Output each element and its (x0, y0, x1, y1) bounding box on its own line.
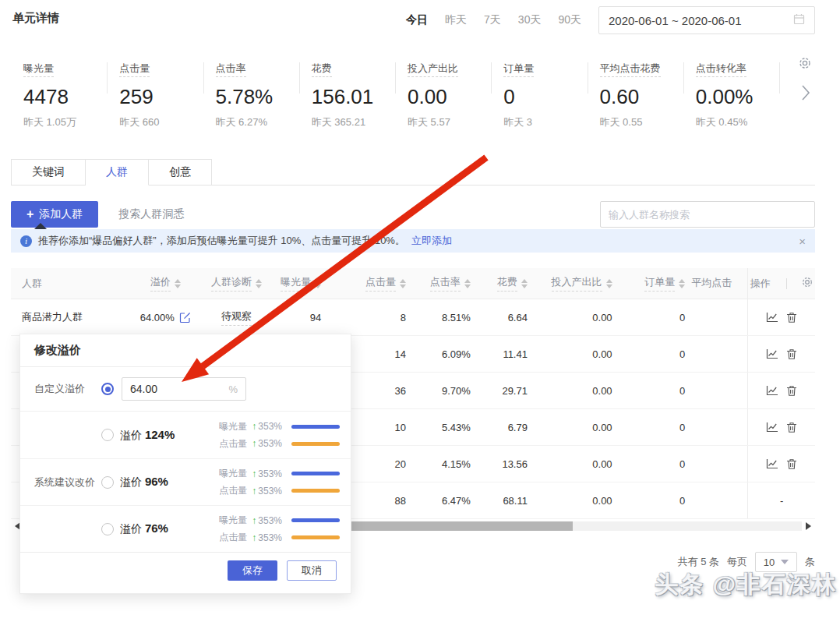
date-preset-today[interactable]: 今日 (406, 13, 428, 27)
clicks-bar (291, 442, 340, 446)
dialog-title: 修改溢价 (20, 334, 351, 367)
date-preset-yesterday[interactable]: 昨天 (445, 13, 467, 27)
chevron-right-icon[interactable] (801, 84, 810, 104)
orders-value: 0 (619, 446, 692, 482)
option-radio[interactable] (101, 429, 114, 441)
orders-value: 0 (619, 409, 692, 445)
diagnosis-value[interactable]: 待观察 (221, 309, 252, 326)
col-ctr[interactable]: 点击率 (411, 268, 480, 299)
stat-impressions: 曝光量 4478 昨天 1.05万 (11, 50, 107, 133)
edit-premium-icon[interactable] (179, 312, 191, 323)
stat-value: 156.01 (312, 85, 395, 109)
option-row: 溢价 76% 曝光量↑353% 点击量↑353% (20, 505, 351, 552)
stat-label: 点击率 (216, 62, 246, 77)
impressions-bar (291, 518, 340, 522)
stat-cost: 花费 156.01 昨天 365.21 (299, 50, 395, 133)
delete-icon[interactable] (786, 312, 797, 323)
gear-icon[interactable] (798, 56, 812, 70)
roi-value: 0.00 (542, 409, 619, 445)
option-premium: 96% (145, 475, 168, 488)
percent-suffix: % (228, 383, 238, 395)
stat-value: 0.60 (600, 85, 683, 109)
col-avg-cpc[interactable]: 平均点击 (691, 268, 747, 299)
banner-add-now-link[interactable]: 立即添加 (411, 234, 452, 248)
option-premium: 76% (145, 521, 168, 535)
roi-value: 0.00 (542, 299, 619, 335)
stat-prev: 昨天 660 (119, 115, 203, 129)
sort-icon (464, 279, 471, 288)
date-preset-7d[interactable]: 7天 (484, 13, 501, 27)
up-arrow-icon: ↑ (252, 515, 256, 526)
option-radio[interactable] (101, 476, 114, 489)
date-preset-30d[interactable]: 30天 (518, 13, 542, 27)
col-cost[interactable]: 花费 (480, 268, 542, 299)
roi-value: 0.00 (542, 336, 619, 372)
clicks-value: 8 (337, 299, 411, 335)
clicks-bar (291, 535, 340, 539)
col-orders[interactable]: 订单量 (619, 268, 692, 299)
impressions-value: 94 (269, 299, 337, 335)
tab-creatives[interactable]: 创意 (149, 159, 212, 186)
chart-icon[interactable] (766, 458, 778, 469)
tab-keywords[interactable]: 关键词 (11, 159, 86, 186)
option-radio[interactable] (101, 523, 114, 535)
col-premium[interactable]: 溢价 (127, 268, 204, 299)
premium-input[interactable] (130, 383, 216, 395)
cost-value: 6.79 (480, 409, 542, 445)
audience-search-input[interactable] (600, 201, 815, 228)
col-audience: 人群 (11, 268, 127, 299)
info-icon: i (20, 235, 32, 247)
cancel-button[interactable]: 取消 (287, 560, 337, 581)
actions-dash: - (747, 482, 815, 518)
scroll-right-arrow-icon[interactable] (806, 522, 811, 530)
ctr-value: 8.51% (411, 299, 480, 335)
stat-cvr: 点击转化率 0.00% 昨天 0.45% (683, 50, 779, 133)
tab-audiences[interactable]: 人群 (86, 159, 149, 186)
up-arrow-icon: ↑ (252, 468, 256, 479)
custom-premium-radio[interactable] (101, 383, 114, 395)
audience-toolbar: + 添加人群 搜索人群洞悉 (11, 200, 815, 229)
stats-strip: 曝光量 4478 昨天 1.05万 点击量 259 昨天 660 点击率 5.7… (11, 50, 815, 133)
date-range-picker[interactable]: 2020-06-01 ~ 2020-06-01 (598, 6, 815, 34)
sort-icon (679, 279, 685, 288)
custom-premium-label: 自定义溢价 (34, 382, 101, 396)
clicks-bar (291, 489, 340, 493)
tab-bar: 关键词 人群 创意 (11, 159, 815, 186)
delete-icon[interactable] (786, 422, 797, 433)
ctr-value: 6.09% (411, 336, 480, 372)
delete-icon[interactable] (786, 458, 797, 470)
chart-icon[interactable] (766, 385, 778, 396)
audience-insight-link[interactable]: 搜索人群洞悉 (118, 207, 184, 221)
col-roi[interactable]: 投入产出比 (542, 268, 619, 299)
banner-text: 推荐你添加“爆品偏好人群”，添加后预估曝光量可提升 10%、点击量可提升 10%… (38, 234, 405, 248)
save-button[interactable]: 保存 (228, 560, 277, 581)
suggested-options: 溢价 124% 曝光量↑353% 点击量↑353% 系统建议改价 溢价 96% … (20, 411, 351, 552)
close-icon[interactable]: × (799, 235, 806, 248)
col-clicks[interactable]: 点击量 (337, 268, 411, 299)
add-audience-button[interactable]: + 添加人群 (11, 201, 98, 228)
date-range-value: 2020-06-01 ~ 2020-06-01 (609, 14, 742, 27)
chart-icon[interactable] (766, 312, 778, 323)
col-impressions[interactable]: 曝光量 (269, 268, 337, 299)
delete-icon[interactable] (786, 348, 797, 360)
sort-icon (521, 279, 528, 288)
up-arrow-icon: ↑ (252, 438, 256, 449)
stat-prev: 昨天 6.27% (216, 115, 299, 129)
recommendation-banner: i 推荐你添加“爆品偏好人群”，添加后预估曝光量可提升 10%、点击量可提升 1… (11, 229, 815, 253)
gear-icon[interactable] (801, 276, 814, 291)
impressions-bar (291, 472, 340, 475)
stat-value: 0.00% (696, 85, 779, 109)
dialog-footer: 保存 取消 (20, 552, 351, 588)
stat-value: 4478 (23, 85, 107, 109)
chart-icon[interactable] (766, 348, 778, 359)
custom-premium-row: 自定义溢价 % (20, 367, 351, 411)
col-diagnosis[interactable]: 人群诊断 (204, 268, 270, 299)
table-header-row: 人群 溢价 人群诊断 曝光量 点击量 点击率 花费 投入产出比 订单量 平均点击… (11, 268, 815, 299)
stat-avg-cpc: 平均点击花费 0.60 昨天 0.55 (588, 50, 683, 133)
stat-label: 曝光量 (23, 62, 54, 77)
chart-icon[interactable] (766, 422, 778, 433)
delete-icon[interactable] (786, 385, 797, 397)
cost-value: 11.41 (480, 336, 542, 372)
stat-label: 花费 (312, 62, 332, 77)
date-preset-90d[interactable]: 90天 (558, 13, 581, 27)
